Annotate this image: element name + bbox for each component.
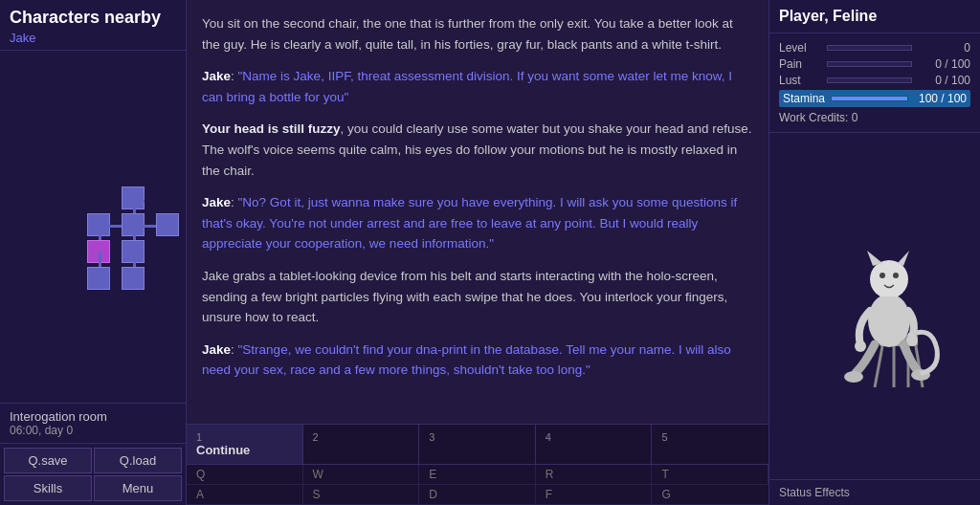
narrative-paragraph-5: Jake grabs a tablet-looking device from … <box>202 266 753 328</box>
player-name: Player, Feline <box>779 8 970 25</box>
stat-pain: Pain 0 / 100 <box>779 57 970 71</box>
hotkey-e: E <box>419 465 536 485</box>
characters-title: Characters nearby <box>10 8 176 29</box>
hotkey-a: A <box>187 485 303 505</box>
stats-area: Level 0 Pain 0 / 100 Lust 0 / 100 Stamin… <box>769 33 980 133</box>
pain-label: Pain <box>779 57 821 71</box>
narrative-paragraph-6: Jake: "Strange, we couldn't find your dn… <box>202 340 753 381</box>
lust-label: Lust <box>779 74 821 87</box>
room-time: 06:00, day 0 <box>10 424 176 437</box>
hotkey-r: R <box>536 465 653 485</box>
choice-3[interactable]: 3 <box>419 425 536 464</box>
work-credits: Work Credits: 0 <box>779 111 970 124</box>
speaker-jake-1: Jake <box>202 69 231 83</box>
svg-marker-7 <box>867 251 882 266</box>
room-name: Interogation room <box>10 409 176 424</box>
pain-value: 0 / 100 <box>918 57 970 71</box>
svg-line-3 <box>875 346 882 387</box>
level-label: Level <box>779 41 821 55</box>
svg-marker-8 <box>898 251 909 266</box>
choice-5[interactable]: 5 <box>652 425 768 464</box>
choice-4[interactable]: 4 <box>536 425 653 464</box>
room-info: Interogation room 06:00, day 0 <box>0 403 186 443</box>
stamina-bar <box>831 96 908 101</box>
hotkey-g: G <box>652 485 768 505</box>
character-sprite <box>798 210 951 402</box>
bottom-buttons: Q.save Q.load Skills Menu <box>0 443 186 505</box>
map-node <box>122 267 145 290</box>
choices-row: 1 Continue 2 3 4 5 <box>187 425 768 465</box>
speaker-jake-2: Jake <box>202 195 231 209</box>
narrative-area: You sit on the second chair, the one tha… <box>187 0 768 424</box>
choices-bar: 1 Continue 2 3 4 5 Q W E R T A S D <box>187 424 768 505</box>
hotkey-s: S <box>303 485 420 505</box>
hotkey-d: D <box>419 485 536 505</box>
level-value: 0 <box>918 41 970 55</box>
stamina-label: Stamina <box>783 92 825 105</box>
left-panel: Characters nearby Jake Interogation room <box>0 0 187 505</box>
hotkey-w: W <box>303 465 420 485</box>
status-effects-label: Status Effects <box>769 479 980 505</box>
stat-lust: Lust 0 / 100 <box>779 74 970 87</box>
lust-value: 0 / 100 <box>918 74 970 87</box>
stat-stamina: Stamina 100 / 100 <box>779 90 970 107</box>
characters-header: Characters nearby Jake <box>0 0 186 51</box>
narrative-paragraph-4: Jake: "No? Got it, just wanna make sure … <box>202 192 753 254</box>
player-header: Player, Feline <box>769 0 980 33</box>
hotkey-t: T <box>652 465 768 485</box>
stamina-bar-fill <box>832 97 907 100</box>
narrative-paragraph-1: You sit on the second chair, the one tha… <box>202 13 753 55</box>
svg-rect-11 <box>882 296 896 308</box>
skills-button[interactable]: Skills <box>4 475 92 501</box>
character-art <box>769 133 980 479</box>
jake-character-link[interactable]: Jake <box>10 31 35 45</box>
svg-point-9 <box>880 273 885 278</box>
stat-level: Level 0 <box>779 41 970 55</box>
svg-point-14 <box>844 371 863 383</box>
right-panel: Player, Feline Level 0 Pain 0 / 100 Lust… <box>769 0 980 505</box>
menu-button[interactable]: Menu <box>94 475 182 501</box>
main-panel: You sit on the second chair, the one tha… <box>187 0 769 505</box>
stamina-value: 100 / 100 <box>914 92 967 105</box>
hotkeys-grid: Q W E R T A S D F G <box>187 465 768 505</box>
svg-point-10 <box>893 273 899 278</box>
narrative-paragraph-2: Jake: "Name is Jake, IIPF, threat assess… <box>202 66 753 107</box>
pain-bar <box>827 61 912 67</box>
svg-point-6 <box>870 260 908 298</box>
level-bar <box>827 45 912 51</box>
hotkey-f: F <box>536 485 653 505</box>
svg-point-12 <box>855 340 866 352</box>
lust-bar <box>827 77 912 83</box>
map-node <box>87 267 110 290</box>
choice-1[interactable]: 1 Continue <box>187 425 303 464</box>
mini-map <box>26 160 160 294</box>
narrative-paragraph-3: Your head is still fuzzy, you could clea… <box>202 119 753 181</box>
mini-map-area <box>0 51 186 403</box>
choice-2[interactable]: 2 <box>303 425 420 464</box>
map-node <box>156 213 179 236</box>
qsave-button[interactable]: Q.save <box>4 448 92 473</box>
speaker-jake-3: Jake <box>202 342 231 357</box>
qload-button[interactable]: Q.load <box>94 448 182 473</box>
hotkey-q: Q <box>187 465 303 485</box>
